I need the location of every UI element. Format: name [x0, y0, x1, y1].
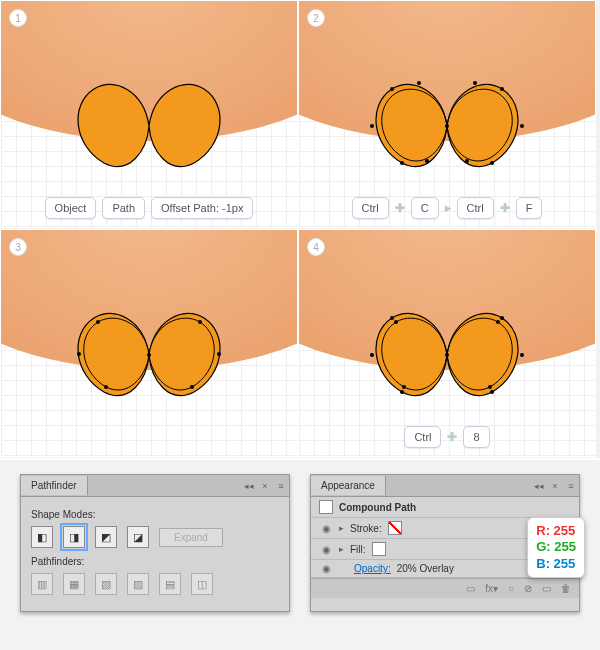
divide-icon[interactable]: ▥	[31, 573, 53, 595]
svg-point-3	[445, 124, 449, 128]
f-key[interactable]: F	[516, 197, 543, 219]
pathfinder-tab[interactable]: Pathfinder	[21, 476, 88, 495]
step-badge: 1	[9, 9, 27, 27]
r-value: R: 255	[536, 523, 576, 539]
trim-icon[interactable]: ▦	[63, 573, 85, 595]
fill-label: Fill:	[350, 544, 366, 555]
step1-buttons: Object Path Offset Path: -1px	[1, 197, 297, 219]
appearance-tab[interactable]: Appearance	[311, 476, 386, 495]
g-value: G: 255	[536, 539, 576, 555]
compound-path-row[interactable]: Compound Path	[311, 497, 579, 518]
eight-key[interactable]: 8	[463, 426, 489, 448]
shape-modes-label: Shape Modes:	[31, 509, 279, 520]
svg-point-21	[402, 385, 406, 389]
ctrl-key[interactable]: Ctrl	[352, 197, 389, 219]
svg-point-19	[394, 320, 398, 324]
opacity-value: 20% Overlay	[397, 563, 454, 574]
opacity-link[interactable]: Opacity:	[354, 563, 391, 574]
close-icon[interactable]: ×	[547, 481, 563, 491]
pane-2: 2 Ctrl ✚ C ▸ Ctrl ✚ F	[298, 0, 596, 228]
svg-point-13	[104, 385, 108, 389]
svg-point-4	[490, 161, 494, 165]
bow-shape	[357, 300, 537, 410]
bow-shape	[59, 300, 239, 410]
svg-point-15	[190, 385, 194, 389]
step4-buttons: Ctrl ✚ 8	[299, 426, 595, 448]
bow-shape	[357, 71, 537, 181]
expand-icon[interactable]: ▸	[339, 523, 344, 533]
plus-icon: ✚	[395, 201, 405, 215]
minus-back-icon[interactable]: ◫	[191, 573, 213, 595]
fx-icon[interactable]: fx▾	[485, 583, 498, 594]
pathfinder-panel: Pathfinder ◂◂ × ≡ Shape Modes: ◧ ◨ ◩ ◪ E…	[20, 474, 290, 612]
panel-footer: ▭ fx▾ ○ ⊘ ▭ 🗑	[311, 578, 579, 598]
compound-path-label: Compound Path	[339, 502, 416, 513]
step-badge: 2	[307, 9, 325, 27]
exclude-icon[interactable]: ◪	[127, 526, 149, 548]
white-swatch[interactable]	[372, 542, 386, 556]
unite-icon[interactable]: ◧	[31, 526, 53, 548]
svg-point-6	[500, 87, 504, 91]
svg-point-24	[488, 385, 492, 389]
panels-row: Pathfinder ◂◂ × ≡ Shape Modes: ◧ ◨ ◩ ◪ E…	[0, 460, 600, 612]
c-key[interactable]: C	[411, 197, 439, 219]
bow-shape	[59, 71, 239, 181]
outline-icon[interactable]: ▤	[159, 573, 181, 595]
close-icon[interactable]: ×	[257, 481, 273, 491]
b-value: B: 255	[536, 556, 576, 572]
svg-point-10	[473, 81, 477, 85]
pane-4: 4 Ctrl ✚ 8	[298, 229, 596, 457]
pane-3: 3	[0, 229, 298, 457]
visibility-icon[interactable]: ◉	[319, 544, 333, 555]
visibility-icon[interactable]: ◉	[319, 523, 333, 534]
svg-point-2	[400, 161, 404, 165]
pathfinder-body: Shape Modes: ◧ ◨ ◩ ◪ Expand Pathfinders:…	[21, 497, 289, 611]
pane-1: 1 Object Path Offset Path: -1px	[0, 0, 298, 228]
svg-point-5	[520, 124, 524, 128]
ctrl-key[interactable]: Ctrl	[404, 426, 441, 448]
doc-icon[interactable]: ▭	[466, 583, 475, 594]
thumb-swatch	[319, 500, 333, 514]
svg-point-17	[198, 320, 202, 324]
offset-path-button[interactable]: Offset Path: -1px	[151, 197, 253, 219]
svg-point-27	[370, 353, 374, 357]
pathfinders-label: Pathfinders:	[31, 556, 279, 567]
visibility-icon[interactable]: ◉	[319, 563, 333, 574]
svg-point-12	[77, 352, 81, 356]
svg-point-14	[147, 353, 151, 357]
collapse-icon[interactable]: ◂◂	[531, 481, 547, 491]
svg-point-0	[390, 87, 394, 91]
svg-point-9	[417, 81, 421, 85]
tutorial-grid: 1 Object Path Offset Path: -1px 2 Ctrl ✚…	[0, 0, 600, 460]
collapse-icon[interactable]: ◂◂	[241, 481, 257, 491]
crop-icon[interactable]: ▨	[127, 573, 149, 595]
none-swatch[interactable]	[388, 521, 402, 535]
svg-point-22	[445, 353, 449, 357]
appearance-panel: Appearance ◂◂ × ≡ Compound Path ◉ ▸ Stro…	[310, 474, 580, 612]
menu-icon[interactable]: ≡	[563, 481, 579, 491]
step-badge: 3	[9, 238, 27, 256]
intersect-icon[interactable]: ◩	[95, 526, 117, 548]
expand-button[interactable]: Expand	[159, 528, 223, 547]
object-button[interactable]: Object	[45, 197, 97, 219]
expand-icon[interactable]: ▸	[339, 544, 344, 554]
minus-front-icon[interactable]: ◨	[63, 526, 85, 548]
svg-point-8	[465, 159, 469, 163]
clear-icon[interactable]: ○	[508, 583, 514, 594]
svg-point-25	[500, 316, 504, 320]
duplicate-icon[interactable]: ▭	[542, 583, 551, 594]
svg-point-11	[96, 320, 100, 324]
svg-point-16	[217, 352, 221, 356]
plus-icon: ✚	[447, 430, 457, 444]
shape-modes-row: ◧ ◨ ◩ ◪ Expand	[31, 526, 279, 548]
ctrl-key[interactable]: Ctrl	[457, 197, 494, 219]
step-badge: 4	[307, 238, 325, 256]
svg-point-7	[425, 159, 429, 163]
path-button[interactable]: Path	[102, 197, 145, 219]
merge-icon[interactable]: ▧	[95, 573, 117, 595]
svg-point-18	[390, 316, 394, 320]
prohibit-icon[interactable]: ⊘	[524, 583, 532, 594]
menu-icon[interactable]: ≡	[273, 481, 289, 491]
trash-icon[interactable]: 🗑	[561, 583, 571, 594]
plus-icon: ✚	[500, 201, 510, 215]
